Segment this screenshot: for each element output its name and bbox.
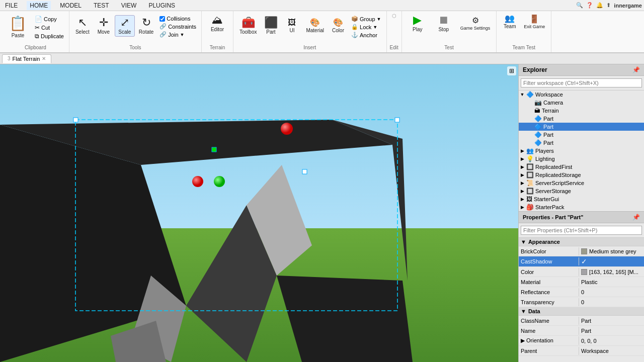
tree-item-players[interactable]: ▶ 👥 Players [519,147,644,155]
group-button[interactable]: 📦 Group ▼ [349,15,383,23]
rotate-button[interactable]: ↻ Rotate [136,16,156,36]
menu-file[interactable]: FILE [2,1,21,10]
prop-reflectance[interactable]: Reflectance 0 [519,287,644,297]
properties-filter-input[interactable] [521,226,642,235]
constraints-button[interactable]: 🔗 Constraints [157,23,198,30]
ui-icon: 🖼 [288,19,296,27]
anchor-button[interactable]: ⚓ Anchor [349,31,383,39]
collisions-checkbox[interactable] [159,16,165,22]
move-button[interactable]: ✛ Move [94,16,114,36]
workspace-toggle[interactable]: ▼ [520,92,525,97]
clipboard-label: Clipboard [25,44,46,50]
paste-icon: 📋 [9,15,27,32]
tree-item-replicated-first[interactable]: ▶ 🔲 ReplicatedFirst [519,163,644,171]
menu-test[interactable]: TEST [91,1,112,10]
prop-color-value[interactable]: [163, 162, 165] [M... [579,268,644,276]
tree-item-camera[interactable]: 📷 Camera [519,99,644,107]
menu-home[interactable]: HOME [27,1,51,10]
edit-expand-icon[interactable]: ⬡ [392,13,396,20]
prop-orientation[interactable]: ▶ Orientation 0, 0, 0 [519,336,644,346]
tree-item-server-storage[interactable]: ▶ 🔲 ServerStorage [519,187,644,195]
right-panel: Explorer 📌 ▼ 🔷 Workspace 📷 Camera 🏔 Ter [518,64,644,362]
tree-item-part4[interactable]: 🔷 Part [519,139,644,147]
play-button[interactable]: ▶ Play [405,13,430,34]
collisions-button[interactable]: Collisions [157,15,198,22]
prop-class-name[interactable]: ClassName Part [519,316,644,326]
prop-name-row[interactable]: Name Part [519,326,644,336]
join-button[interactable]: 🔗 Join ▼ [157,31,198,38]
tree-item-replicated-storage[interactable]: ▶ 🔲 ReplicatedStorage [519,171,644,179]
material-button[interactable]: 🎨 Material [303,17,327,35]
share-icon[interactable]: ⬆ [606,2,611,9]
menu-view[interactable]: VIEW [118,1,140,10]
prop-color[interactable]: Color [163, 162, 165] [M... [519,267,644,277]
cut-button[interactable]: ✂ Cut [33,24,66,32]
select-button[interactable]: ↖ Select [72,16,93,36]
menu-bar: FILE HOME MODEL TEST VIEW PLUGINS 🔍 ❓ 🔔 … [0,0,644,11]
properties-pin-button[interactable]: 📌 [632,214,640,221]
viewport-expand-button[interactable]: ⊞ [507,66,516,75]
copy-button[interactable]: 📄 Copy [33,15,66,23]
explorer-header: Explorer 📌 [519,64,644,76]
paste-button[interactable]: 📋 Paste [5,13,31,40]
menu-plugins[interactable]: PLUGINS [145,1,178,10]
cut-icon: ✂ [35,24,40,31]
menu-model[interactable]: MODEL [57,1,85,10]
prop-material[interactable]: Material Plastic [519,277,644,287]
tree-item-starter-gui[interactable]: ▶ 🖼 StarterGui [519,195,644,203]
prop-transparency[interactable]: Transparency 0 [519,297,644,307]
prop-name-label: Name [519,327,579,335]
tree-item-part2[interactable]: 🔷 Part [519,123,644,131]
prop-transparency-value[interactable]: 0 [579,298,644,306]
duplicate-button[interactable]: ⧉ Duplicate [33,32,66,40]
properties-panel: ▼ Appearance BrickColor Medium stone gre… [519,238,644,362]
prop-color-name: Color [519,268,579,276]
prop-name-value[interactable]: Part [579,327,644,335]
tab-flat-terrain[interactable]: 3 Flat Terrain ✕ [2,54,51,63]
prop-reflectance-value[interactable]: 0 [579,288,644,296]
tree-item-workspace[interactable]: ▼ 🔷 Workspace [519,90,644,99]
ui-button[interactable]: 🖼 UI [282,17,302,35]
orientation-expand-icon[interactable]: ▶ [521,337,525,343]
sky [0,64,518,228]
tree-item-part1[interactable]: 🔷 Part [519,115,644,123]
tree-item-part3[interactable]: 🔷 Part [519,131,644,139]
game-settings-icon: ⚙ [472,17,479,25]
prop-brick-color-value[interactable]: Medium stone grey [579,247,644,255]
prop-class-name-value[interactable]: Part [579,317,644,325]
data-section-label: Data [528,308,540,314]
prop-parent[interactable]: Parent Workspace [519,346,644,356]
toolbox-button[interactable]: 🧰 Toolbox [236,16,260,36]
exit-game-button[interactable]: 🚪 Exit Game [521,14,548,31]
help-icon[interactable]: ❓ [586,2,593,9]
scale-button[interactable]: ⤢ Scale [115,15,135,37]
part-button[interactable]: ⬛ Part [261,16,281,36]
tree-item-lighting[interactable]: ▶ 💡 Lighting [519,155,644,163]
color-button[interactable]: 🎨 Color [328,17,348,35]
tree-item-terrain[interactable]: 🏔 Terrain [519,107,644,115]
viewport[interactable]: ⊞ [0,64,518,362]
prop-material-value[interactable]: Plastic [579,278,644,286]
tab-close-button[interactable]: ✕ [42,56,46,61]
tree-item-server-script-service[interactable]: ▶ 📜 ServerScriptService [519,179,644,187]
explorer-filter-input[interactable] [521,78,642,87]
data-section-header[interactable]: ▼ Data [519,307,644,316]
prop-cast-shadow-value[interactable]: ✓ [579,256,644,266]
appearance-section-label: Appearance [528,239,560,245]
prop-orientation-value[interactable]: 0, 0, 0 [579,337,644,345]
prop-parent-name: Parent [519,347,579,355]
prop-parent-value[interactable]: Workspace [579,347,644,355]
prop-cast-shadow[interactable]: CastShadow ✓ [519,256,644,267]
prop-brick-color[interactable]: BrickColor Medium stone grey [519,246,644,256]
stop-button[interactable]: ⏹ Stop [431,13,456,34]
explorer-pin-button[interactable]: 📌 [632,66,640,73]
main-layout: ⊞ Explorer 📌 ▼ 🔷 Workspace 📷 Camera [0,64,644,362]
team-button[interactable]: 👥 Team [500,13,520,31]
game-settings-button[interactable]: ⚙ Game Settings [457,15,494,32]
tree-item-starter-pack[interactable]: ▶ 🎒 StarterPack [519,203,644,211]
terrain-editor-button[interactable]: ⛰ Editor [205,13,230,34]
properties-header: Properties - Part "Part" 📌 [519,211,644,223]
appearance-section-header[interactable]: ▼ Appearance [519,238,644,246]
lock-button[interactable]: 🔒 Lock ▼ [349,23,383,31]
notification-icon[interactable]: 🔔 [596,2,603,9]
